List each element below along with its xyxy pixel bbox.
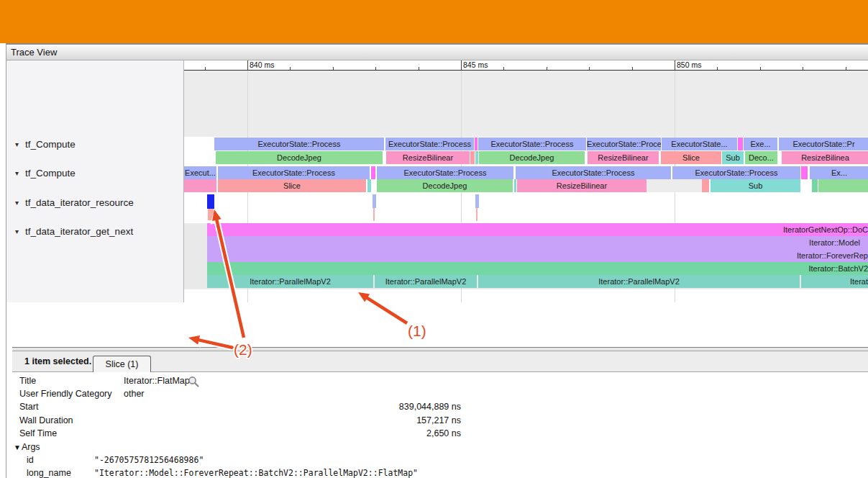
trace-slice[interactable]: ExecutorState::Process — [516, 166, 671, 179]
arg-key: long_name — [27, 466, 71, 478]
trace-slice[interactable]: Exe... — [744, 137, 777, 150]
trace-slice[interactable]: Iterator::BatchV2 — [207, 262, 868, 275]
track-name-label: tf_Compute — [25, 139, 76, 150]
trace-slice[interactable] — [812, 179, 818, 192]
args-collapse-triangle-icon[interactable]: ▼ — [14, 443, 21, 451]
trace-slice[interactable]: Slice — [218, 179, 366, 192]
trace-slice[interactable]: Sub — [711, 179, 800, 192]
sidebar-track-0[interactable]: ▾tf_Compute — [15, 138, 76, 150]
trace-slice[interactable]: Slice — [661, 151, 721, 164]
trace-slice[interactable]: DecodeJpeg — [216, 151, 383, 164]
ruler-minor-tick — [375, 67, 376, 70]
track-name-label: tf_data_iterator_resource — [25, 197, 134, 208]
trace-slice-marker[interactable] — [476, 208, 478, 221]
arg-key: id — [27, 454, 34, 466]
collapse-triangle-icon[interactable]: ▾ — [15, 140, 19, 148]
detail-label: Title — [19, 374, 36, 387]
trace-slice[interactable]: ExecutorState::Pr — [779, 137, 868, 150]
trace-slice[interactable] — [818, 179, 868, 192]
args-section-header[interactable]: ▼Args — [14, 441, 40, 454]
trace-slice[interactable]: ExecutorState::Process — [478, 137, 586, 150]
trace-slice[interactable]: Sub — [722, 151, 744, 164]
collapse-triangle-icon[interactable]: ▾ — [15, 169, 19, 177]
trace-slice[interactable]: ExecutorState::Process — [385, 137, 474, 150]
detail-row: Start839,044,889 ns — [12, 400, 868, 413]
ruler-minor-tick — [589, 67, 590, 70]
trace-slice[interactable]: Iterator::ParallelMapV2 — [478, 275, 800, 288]
browser-top-bar — [0, 0, 868, 43]
arg-row: id"-2670575781256468986" — [12, 454, 868, 466]
ruler-minor-tick — [803, 67, 803, 70]
trace-slice[interactable]: DecodeJpeg — [377, 179, 513, 192]
trace-slice-marker[interactable] — [373, 208, 375, 221]
ruler-minor-tick — [717, 67, 718, 70]
trace-slice[interactable]: ResizeBilinear — [517, 179, 647, 192]
detail-label: Self Time — [19, 427, 57, 440]
sidebar-track-2[interactable]: ▾tf_data_iterator_resource — [15, 197, 134, 209]
timeline-canvas[interactable]: ExecutorState::ProcessExecutorState::Pro… — [184, 71, 868, 302]
trace-slice[interactable]: ResizeBilinear — [588, 151, 659, 164]
ruler-minor-tick — [419, 67, 419, 70]
trace-slice[interactable] — [371, 166, 375, 179]
trace-slice[interactable] — [702, 179, 709, 192]
trace-slice[interactable]: Iterator::ForeverRep — [207, 249, 868, 262]
analysis-panel: 1 item selected. Slice (1) TitleIterator… — [12, 347, 868, 478]
trace-slice[interactable]: ResizeBilinear — [386, 151, 470, 164]
detail-value: other — [124, 387, 145, 400]
trace-slice[interactable]: ExecutorState::Process — [214, 137, 384, 150]
trace-slice[interactable]: Execut... — [184, 166, 216, 179]
trace-view-titlebar: Trace View — [6, 45, 868, 60]
trace-slice-marker[interactable] — [475, 194, 479, 208]
trace-slice[interactable] — [514, 179, 516, 192]
arg-value: "-2670575781256468986" — [94, 454, 204, 466]
trace-slice-marker[interactable] — [207, 194, 214, 209]
ruler-minor-tick — [760, 67, 761, 70]
trace-slice[interactable]: ResizeBilinea — [782, 151, 868, 164]
track-name-sidebar: ▾tf_Compute▾tf_Compute▾tf_data_iterator_… — [6, 60, 184, 302]
detail-value: 839,044,889 ns — [228, 400, 461, 413]
trace-slice[interactable]: Iterator::ParallelMapV2 — [375, 275, 477, 288]
trace-slice-marker[interactable] — [208, 209, 214, 220]
magnifier-icon[interactable] — [188, 376, 200, 388]
time-ruler[interactable]: 840 ms845 ms850 ms — [184, 60, 868, 71]
analysis-panel-titlebar: 1 item selected. Slice (1) — [12, 351, 868, 372]
trace-slice[interactable]: ExecutorState::Process — [672, 166, 800, 179]
trace-slice[interactable]: ExecutorState::Process — [587, 137, 661, 150]
trace-slice[interactable]: Iterat — [801, 275, 868, 288]
sidebar-track-1[interactable]: ▾tf_Compute — [15, 167, 76, 179]
trace-bars-layer: ExecutorState::ProcessExecutorState::Pro… — [184, 71, 868, 302]
detail-row: User Friendly Categoryother — [12, 387, 868, 400]
trace-slice[interactable] — [367, 179, 371, 192]
ruler-tick-label: 850 ms — [677, 60, 701, 69]
trace-slice[interactable] — [738, 137, 743, 150]
tab-slice[interactable]: Slice (1) — [93, 356, 151, 372]
trace-slice[interactable]: Deco... — [745, 151, 777, 164]
trace-slice[interactable] — [801, 166, 808, 179]
trace-slice[interactable] — [184, 179, 216, 192]
trace-slice[interactable]: IteratorGetNextOp::DoC — [207, 223, 868, 236]
detail-value: 157,217 ns — [228, 414, 461, 427]
detail-label: Start — [19, 400, 38, 413]
trace-slice[interactable] — [475, 137, 478, 150]
trace-slice[interactable]: Ex... — [810, 166, 868, 179]
ruler-tick-label: 845 ms — [463, 60, 488, 69]
arg-value: "Iterator::Model::ForeverRepeat::BatchV2… — [94, 466, 418, 478]
collapse-triangle-icon[interactable]: ▾ — [15, 199, 19, 207]
ruler-minor-tick — [503, 67, 504, 70]
detail-label: User Friendly Category — [19, 387, 112, 400]
collapse-triangle-icon[interactable]: ▾ — [15, 227, 19, 235]
ruler-minor-tick — [290, 67, 291, 70]
trace-slice[interactable]: DecodeJpeg — [479, 151, 585, 164]
trace-slice-marker[interactable] — [373, 194, 376, 208]
track-name-label: tf_Compute — [25, 168, 76, 179]
sidebar-track-3[interactable]: ▾tf_data_iterator_get_next — [15, 225, 133, 238]
trace-view-window: Trace View ▾tf_Compute▾tf_Compute▾tf_dat… — [6, 43, 868, 478]
trace-slice[interactable]: Iterator::ParallelMapV2 — [207, 275, 373, 288]
trace-slice[interactable] — [475, 151, 478, 164]
trace-slice[interactable] — [647, 179, 702, 192]
trace-slice[interactable]: ExecutorState::Process — [218, 166, 370, 179]
trace-slice[interactable]: ExecutorState... — [662, 137, 737, 150]
trace-slice[interactable] — [470, 151, 475, 164]
trace-slice[interactable]: ExecutorState::Process — [377, 166, 513, 179]
trace-slice[interactable]: Iterator::Model — [207, 236, 868, 249]
